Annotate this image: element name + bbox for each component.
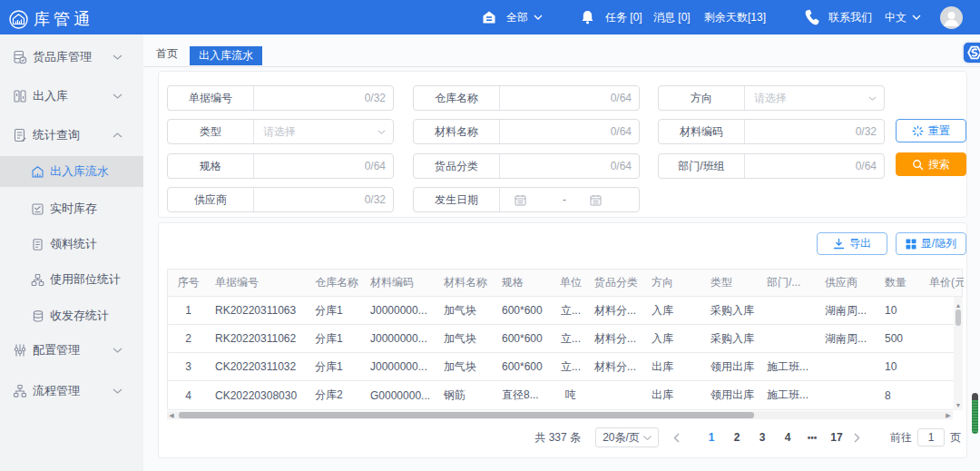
column-header[interactable]: 规格 [495, 270, 554, 296]
sidebar-subitem-inout-flow[interactable]: 出入库流水 [0, 156, 143, 187]
page-number-last[interactable]: 17 [824, 431, 849, 444]
messages-item[interactable]: 消息 [0] [653, 0, 691, 34]
table-horizontal-scrollbar[interactable]: ◀ ▶ [167, 411, 953, 419]
field-label: 货品分类 [414, 154, 500, 178]
show-hide-columns-button[interactable]: 显/隐列 [896, 232, 966, 255]
sidebar-item-workflow[interactable]: 流程管理 [0, 371, 143, 410]
filter-field-type[interactable]: 类型 请选择 [167, 119, 394, 144]
contact-item[interactable]: 联系我们 [803, 0, 872, 34]
scroll-right-icon[interactable]: ▶ [944, 411, 953, 419]
notification-bell[interactable] [581, 0, 594, 34]
search-button[interactable]: 搜索 [896, 152, 966, 176]
reset-button[interactable]: 重置 [896, 119, 966, 142]
sidebar-item-goods-store[interactable]: 货品库管理 [0, 37, 143, 76]
cell: 立... [554, 353, 588, 380]
table-row[interactable]: 3 CK20220311032 分库1 J0000000... 加气块 600*… [168, 353, 962, 381]
column-header[interactable]: 仓库名称 [309, 270, 364, 296]
sidebar-subitem-usage-position-stats[interactable]: 使用部位统计 [0, 261, 143, 297]
filter-field-direction[interactable]: 方向 请选择 [658, 85, 885, 111]
filter-field-material-code[interactable]: 材料编码 0/32 [658, 119, 885, 144]
page-number[interactable]: 4 [775, 431, 800, 444]
filter-field-spec[interactable]: 规格 0/64 [167, 153, 394, 179]
column-header[interactable]: 数量 [878, 270, 923, 296]
table-panel: 导出 显/隐列 序号 单据编号 仓库名称 材料编码 材料名称 规格 单位 货品分… [158, 222, 967, 458]
field-input[interactable]: 0/64 [254, 154, 393, 178]
field-input[interactable]: 0/64 [500, 120, 639, 143]
filter-field-order-no[interactable]: 单据编号 0/32 [167, 85, 394, 111]
column-header[interactable]: 供应商 [818, 270, 878, 296]
column-header[interactable]: 单价(元 [923, 270, 964, 296]
column-header[interactable]: 序号 [168, 270, 209, 296]
field-input[interactable]: 0/64 [745, 154, 884, 178]
date-range-value[interactable]: - [500, 188, 639, 211]
column-header[interactable]: 材料名称 [437, 270, 495, 296]
sidebar-item-in-out[interactable]: 出入库 [0, 76, 143, 115]
cell: 加气块 [437, 325, 495, 352]
table-row[interactable]: 4 CK20220308030 分库2 G0000000... 钢筋 直径8..… [168, 381, 962, 409]
sidebar-item-stats-query[interactable]: 统计查询 [0, 115, 143, 154]
filter-field-department[interactable]: 部门/班组 0/64 [658, 153, 885, 179]
export-button[interactable]: 导出 [817, 232, 887, 255]
scroll-down-icon[interactable]: ▼ [954, 401, 963, 410]
filter-field-material-name[interactable]: 材料名称 0/64 [413, 119, 640, 144]
cell: 立... [554, 297, 588, 324]
filter-panel: 单据编号 0/32 仓库名称 0/64 方向 请选择 类型 请选择 材料名称 [158, 71, 967, 218]
column-header[interactable]: 类型 [704, 270, 760, 296]
field-input[interactable]: 0/32 [254, 188, 393, 211]
user-avatar[interactable] [940, 6, 963, 29]
column-header[interactable]: 货品分类 [588, 270, 645, 296]
sidebar-subitem-material-stats[interactable]: 领料统计 [0, 226, 143, 261]
column-header[interactable]: 材料编码 [364, 270, 437, 296]
goto-page-input[interactable]: 1 [917, 428, 945, 446]
calendar-icon[interactable] [590, 194, 602, 206]
service-float-button[interactable] [964, 43, 980, 63]
horizontal-scroll-thumb[interactable] [179, 412, 754, 418]
calendar-icon[interactable] [514, 194, 526, 206]
table-row[interactable]: 2 RK20220311062 分库1 J0000000... 加气块 600*… [168, 325, 962, 353]
cell: 出库 [645, 353, 704, 380]
language-switcher[interactable]: 中文 [885, 0, 921, 34]
next-page-button[interactable] [854, 433, 874, 443]
sidebar-subitem-label: 出入库流水 [50, 163, 109, 180]
page-size-select[interactable]: 20条/页 [595, 427, 659, 447]
field-input[interactable]: 0/64 [500, 154, 639, 178]
field-input[interactable]: 0/32 [745, 120, 884, 143]
column-header[interactable]: 单位 [554, 270, 588, 296]
column-header[interactable]: 方向 [645, 270, 704, 296]
page-number[interactable]: 3 [750, 431, 775, 444]
cell: 600*600 [495, 353, 554, 380]
sidebar-subitem-realtime-stock[interactable]: 实时库存 [0, 191, 143, 226]
cell: RK20220311063 [209, 297, 309, 324]
scope-label: 全部 [506, 10, 528, 25]
tab-home[interactable]: 首页 [156, 46, 178, 62]
tab-inout-flow[interactable]: 出入库流水 [190, 46, 262, 65]
field-input[interactable]: 请选择 [254, 120, 393, 143]
sidebar-subitem-receive-send-stats[interactable]: 收发存统计 [0, 298, 143, 333]
column-header[interactable]: 部门/... [760, 270, 818, 296]
field-input[interactable]: 0/64 [500, 86, 639, 110]
table-row[interactable]: 1 RK20220311063 分库1 J0000000... 加气块 600*… [168, 297, 962, 325]
scope-switcher[interactable]: 全部 [482, 0, 543, 34]
filter-field-date-range[interactable]: 发生日期 - [413, 187, 640, 212]
filter-field-supplier[interactable]: 供应商 0/32 [167, 187, 394, 212]
stock-doc-icon [31, 202, 44, 215]
column-header[interactable]: 单据编号 [209, 270, 309, 296]
window-scrollbar-thumb[interactable] [972, 393, 978, 434]
page-number-current[interactable]: 1 [699, 431, 724, 444]
cell [818, 381, 878, 409]
scroll-left-icon[interactable]: ◀ [167, 411, 176, 419]
sidebar-item-config[interactable]: 配置管理 [0, 330, 143, 369]
filter-field-warehouse-name[interactable]: 仓库名称 0/64 [413, 85, 640, 111]
sidebar-item-label: 流程管理 [33, 383, 80, 399]
field-label: 供应商 [168, 188, 254, 211]
vertical-scroll-thumb[interactable] [956, 309, 961, 326]
table-vertical-scrollbar[interactable]: ▲ ▼ [954, 297, 963, 410]
filter-field-goods-category[interactable]: 货品分类 0/64 [413, 153, 640, 179]
tasks-item[interactable]: 任务 [0] [605, 0, 642, 34]
field-input[interactable]: 请选择 [745, 86, 884, 110]
field-input[interactable]: 0/32 [254, 86, 393, 110]
prev-page-button[interactable] [673, 433, 693, 443]
page-number[interactable]: 2 [724, 431, 750, 444]
page-ellipsis[interactable]: ••• [800, 433, 824, 443]
sidebar-subitem-label: 实时库存 [50, 201, 97, 217]
